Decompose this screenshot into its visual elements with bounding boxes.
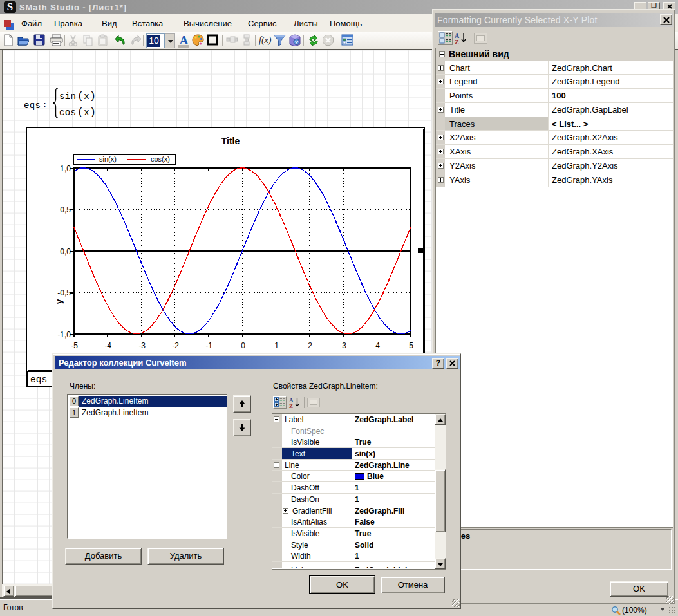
svg-text:Z: Z: [455, 39, 459, 45]
svg-text:?: ?: [295, 39, 299, 46]
svg-text:Z: Z: [289, 403, 293, 409]
